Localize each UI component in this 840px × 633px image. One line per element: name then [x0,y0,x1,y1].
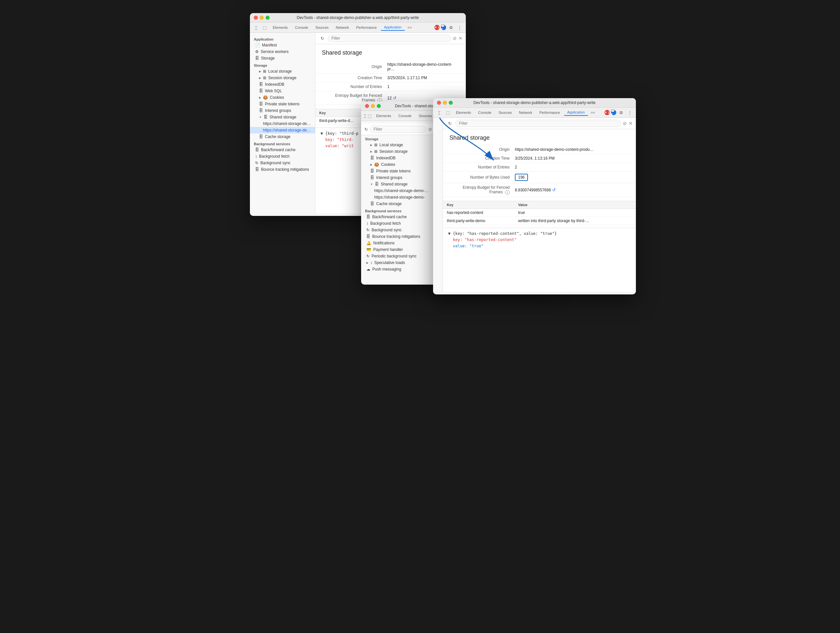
close-filter-front[interactable]: ✕ [629,121,633,126]
maximize-button-back[interactable] [265,16,270,20]
tab-performance-back[interactable]: Performance [353,25,380,30]
entries-label-front: Number of Entries [450,165,515,169]
sidebar-private-state-mid[interactable]: 🗄 Private state tokens [361,168,439,174]
minimize-button-mid[interactable] [371,104,375,108]
traffic-lights-mid[interactable] [365,104,381,108]
sidebar-interest-mid[interactable]: 🗄 Interest groups [361,174,439,181]
tab-sources-mid[interactable]: Sources [415,113,435,119]
filter-input-back[interactable] [328,35,451,42]
tab-network-front[interactable]: Network [516,110,535,115]
more-icon-back[interactable]: ⋮ [456,24,463,31]
sidebar-bounce-mid[interactable]: 🗄 Bounce tracking mitigations [361,233,439,240]
sidebar-shared-storage-mid[interactable]: ▼ 🗄 Shared storage [361,181,439,188]
table-row-front-1[interactable]: has-reported-content true [443,209,636,217]
sidebar-origin1-mid[interactable]: https://shared-storage-demo-… [361,188,439,194]
sidebar-indexeddb[interactable]: 🗄 IndexedDB [250,81,315,88]
sidebar-periodic-mid[interactable]: ↻ Periodic background sync [361,253,439,259]
entropy-refresh-icon[interactable]: ↺ [393,96,396,100]
settings-icon-front[interactable]: ⚙ [617,109,625,116]
sidebar-shared-storage-origin1[interactable]: https://shared-storage-demo- [250,120,315,127]
sidebar-payment-mid[interactable]: 💳 Payment handler [361,246,439,253]
traffic-lights-back[interactable] [254,16,270,20]
sidebar-cache-mid[interactable]: 🗄 Cache storage [361,200,439,207]
sidebar-service-workers[interactable]: ⚙ Service workers [250,49,315,55]
sidebar-bg-sync[interactable]: ↻ Background sync [250,159,315,166]
cursor-icon[interactable]: ⌶ [253,24,260,31]
refresh-icon-front[interactable]: ↻ [446,120,453,127]
minimize-button-front[interactable] [443,101,447,105]
sidebar-backforward-mid[interactable]: 🗄 Back/forward cache [361,214,439,220]
device-icon-front[interactable]: ⬚ [444,109,452,116]
tab-console-front[interactable]: Console [475,110,494,115]
sidebar-bounce-tracking[interactable]: 🗄 Bounce tracking mitigations [250,166,315,173]
sidebar-cookies[interactable]: ▶ 🍪 Cookies [250,94,315,101]
sidebar-indexeddb-mid[interactable]: 🗄 IndexedDB [361,155,439,161]
tab-application-front[interactable]: Application [564,109,588,116]
settings-icon-back[interactable]: ⚙ [447,24,455,31]
sidebar-bgfetch-mid[interactable]: ↕ Background fetch [361,220,439,227]
clear-filter-mid[interactable]: ⊘ [428,126,432,132]
sidebar-push-mid[interactable]: ☁ Push messaging [361,266,439,273]
tab-sources-back[interactable]: Sources [312,25,332,30]
more-icon-front[interactable]: ⋮ [626,109,633,116]
tab-application-back[interactable]: Application [381,24,405,31]
cursor-icon-mid[interactable]: ⌶ [364,112,366,119]
entries-row-front: Number of Entries 2 [443,163,636,172]
sidebar-cookies-mid[interactable]: ▶ 🍪 Cookies [361,161,439,168]
sidebar-shared-storage[interactable]: ▼ 🗄 Shared storage [250,114,315,120]
traffic-lights-front[interactable] [437,101,453,105]
tab-network-back[interactable]: Network [333,25,352,30]
origin-row-front: Origin https://shared-storage-demo-conte… [443,145,636,154]
sidebar-websql[interactable]: 🗄 Web SQL [250,88,315,94]
clear-filter-back[interactable]: ⊘ [453,36,456,41]
cursor-icon-front[interactable]: ⌶ [436,109,443,116]
creation-value-front: 3/25/2024, 1:13:16 PM [515,156,554,161]
sidebar-back-forward[interactable]: 🗄 Back/forward cache [250,147,315,153]
sidebar-local-storage[interactable]: ▶ ⊞ Local storage [250,68,315,74]
data-table-front: Key Value has-reported-content true thir… [443,201,636,225]
sidebar-bgsync-mid[interactable]: ↻ Background sync [361,227,439,233]
tab-bar-front: Elements Console Sources Network Perform… [453,109,597,116]
minimize-button-back[interactable] [260,16,264,20]
tab-elements-mid[interactable]: Elements [373,113,395,119]
sidebar-shared-storage-origin2[interactable]: https://shared-storage-demo- [250,127,315,133]
filter-input-front[interactable] [455,120,621,127]
close-filter-back[interactable]: ✕ [459,36,463,41]
more-tabs-front[interactable]: >> [589,110,597,115]
entropy-refresh-front[interactable]: ↺ [552,188,556,193]
sidebar-bg-fetch[interactable]: ↕ Background fetch [250,153,315,159]
sidebar-private-state[interactable]: 🗄 Private state tokens [250,101,315,107]
tab-console-back[interactable]: Console [292,25,311,30]
tab-console-mid[interactable]: Console [395,113,415,119]
sidebar-speculative-mid[interactable]: ▶ ↕ Speculative loads [361,259,439,266]
clear-filter-front[interactable]: ⊘ [623,121,627,126]
sidebar-storage-top[interactable]: 🗄 Storage [250,55,315,62]
sidebar-session-mid[interactable]: ▶ ⊞ Session storage [361,148,439,155]
sidebar-origin2-mid[interactable]: https://shared-storage-demo- [361,194,439,200]
refresh-icon-mid[interactable]: ↻ [365,126,368,133]
close-button-mid[interactable] [365,104,369,108]
filter-input-mid[interactable] [370,126,426,133]
tab-sources-front[interactable]: Sources [495,110,515,115]
close-button-front[interactable] [437,101,441,105]
maximize-button-front[interactable] [449,101,453,105]
table-row-front-2[interactable]: third-party-write-demo written into thir… [443,217,636,225]
device-icon-mid[interactable]: ⬚ [368,112,372,119]
expand-arrow: ▶ [259,70,261,73]
shared-icon-mid: 🗄 [375,182,379,186]
sidebar-notifications-mid[interactable]: 🔔 Notifications [361,240,439,246]
refresh-icon-back[interactable]: ↻ [319,35,326,42]
tab-elements-back[interactable]: Elements [270,25,291,30]
maximize-button-mid[interactable] [377,104,381,108]
sidebar-manifest[interactable]: 📄 Manifest [250,42,315,49]
sidebar-local-storage-mid[interactable]: ▶ ⊞ Local storage [361,142,439,148]
close-button-back[interactable] [254,16,258,20]
device-icon[interactable]: ⬚ [261,24,268,31]
sidebar-cache-storage[interactable]: 🗄 Cache storage [250,133,315,140]
app-section-label: Application [250,35,315,42]
sidebar-session-storage[interactable]: ▶ ⊞ Session storage [250,74,315,81]
sidebar-interest-groups[interactable]: 🗄 Interest groups [250,107,315,114]
tab-performance-front[interactable]: Performance [536,110,563,115]
more-tabs-back[interactable]: >> [406,25,414,30]
tab-elements-front[interactable]: Elements [453,110,474,115]
